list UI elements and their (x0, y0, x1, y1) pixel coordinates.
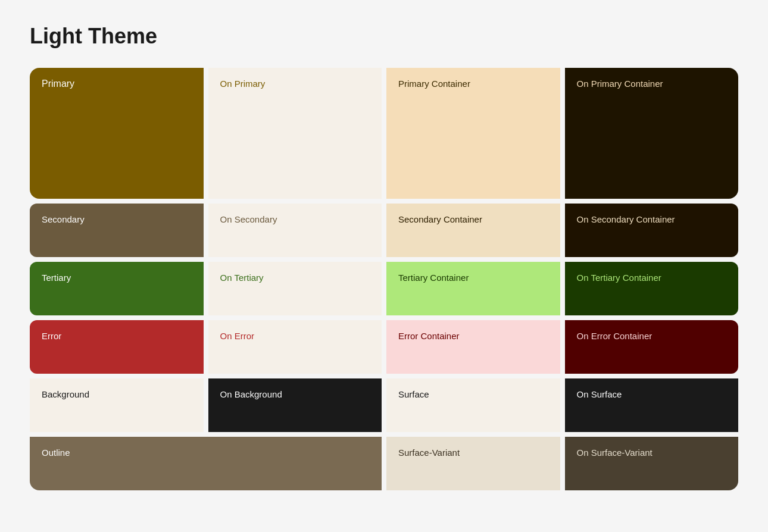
color-label-on-error-container: On Error Container (577, 331, 653, 341)
color-grid: PrimaryOn PrimaryPrimary ContainerOn Pri… (30, 68, 738, 490)
color-cell-outline: Outline (30, 437, 382, 490)
color-cell-on-primary: On Primary (208, 68, 382, 199)
color-label-surface-variant: Surface-Variant (398, 447, 460, 458)
color-label-on-primary: On Primary (220, 79, 266, 89)
color-label-secondary-container: Secondary Container (398, 214, 482, 224)
color-label-on-surface: On Surface (577, 389, 622, 399)
color-cell-on-secondary: On Secondary (208, 204, 382, 257)
color-label-background: Background (42, 389, 89, 399)
color-label-primary: Primary (42, 79, 74, 89)
color-cell-on-primary-container: On Primary Container (565, 68, 739, 199)
color-cell-primary: Primary (30, 68, 204, 199)
color-label-tertiary-container: Tertiary Container (398, 273, 469, 283)
color-label-surface: Surface (398, 389, 429, 399)
color-cell-on-error: On Error (208, 320, 382, 374)
color-cell-error-container: Error Container (386, 320, 560, 374)
color-cell-surface-variant: Surface-Variant (386, 437, 560, 490)
color-cell-on-error-container: On Error Container (565, 320, 739, 374)
color-label-secondary: Secondary (42, 214, 85, 224)
color-cell-on-surface: On Surface (565, 378, 739, 432)
color-cell-error: Error (30, 320, 204, 374)
page-title: Light Theme (30, 24, 738, 49)
color-label-error: Error (42, 331, 61, 341)
color-cell-on-secondary-container: On Secondary Container (565, 204, 739, 257)
color-label-on-secondary-container: On Secondary Container (577, 214, 675, 224)
color-cell-surface: Surface (386, 378, 560, 432)
color-cell-tertiary: Tertiary (30, 262, 204, 315)
color-label-on-background: On Background (220, 389, 282, 399)
color-cell-tertiary-container: Tertiary Container (386, 262, 560, 315)
color-cell-on-background: On Background (208, 378, 382, 432)
color-label-tertiary: Tertiary (42, 273, 71, 283)
color-cell-primary-container: Primary Container (386, 68, 560, 199)
color-label-on-secondary: On Secondary (220, 214, 277, 224)
color-label-outline: Outline (42, 447, 70, 458)
color-cell-background: Background (30, 378, 204, 432)
color-cell-on-tertiary: On Tertiary (208, 262, 382, 315)
color-cell-on-surface-variant: On Surface-Variant (565, 437, 739, 490)
color-label-on-primary-container: On Primary Container (577, 79, 663, 89)
color-label-on-tertiary: On Tertiary (220, 273, 264, 283)
color-cell-secondary-container: Secondary Container (386, 204, 560, 257)
color-label-error-container: Error Container (398, 331, 460, 341)
color-cell-secondary: Secondary (30, 204, 204, 257)
color-label-primary-container: Primary Container (398, 79, 470, 89)
color-cell-on-tertiary-container: On Tertiary Container (565, 262, 739, 315)
color-label-on-tertiary-container: On Tertiary Container (577, 273, 661, 283)
color-label-on-error: On Error (220, 331, 255, 341)
color-label-on-surface-variant: On Surface-Variant (577, 447, 653, 458)
